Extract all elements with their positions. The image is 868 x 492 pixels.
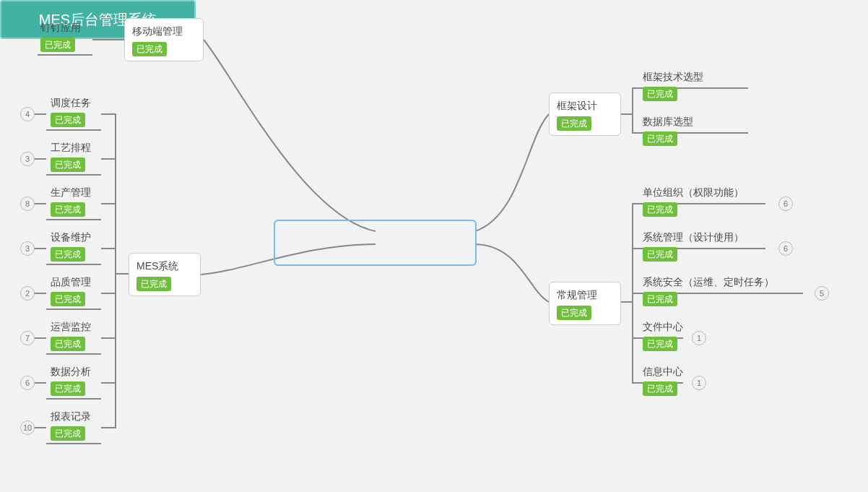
branch-frame[interactable]: 框架设计 已完成: [549, 92, 621, 136]
status-badge: 已完成: [51, 247, 85, 262]
leaf-count: 1: [692, 331, 706, 345]
leaf-count: 7: [20, 331, 35, 345]
leaf-count: 4: [20, 107, 35, 121]
status-badge: 已完成: [557, 306, 591, 320]
leaf-label: 运营监控: [51, 321, 91, 334]
status-badge: 已完成: [51, 381, 85, 396]
status-badge: 已完成: [51, 113, 85, 127]
leaf-infocenter[interactable]: 信息中心 已完成: [643, 366, 683, 396]
status-badge: 已完成: [643, 87, 677, 101]
leaf-label: 框架技术选型: [643, 71, 703, 84]
leaf-label: 数据分析: [51, 366, 91, 379]
leaf-quality[interactable]: 品质管理 已完成: [51, 276, 91, 306]
leaf-label: 报表记录: [51, 410, 91, 423]
status-badge: 已完成: [643, 202, 677, 217]
status-badge: 已完成: [51, 426, 85, 441]
status-badge: 已完成: [643, 247, 677, 262]
leaf-count: 5: [815, 286, 829, 301]
leaf-label: 品质管理: [51, 276, 91, 289]
status-badge: 已完成: [643, 131, 677, 146]
status-badge: 已完成: [51, 157, 85, 172]
leaf-count: 2: [20, 286, 35, 301]
leaf-label: 文件中心: [643, 321, 683, 334]
status-badge: 已完成: [136, 277, 171, 291]
leaf-analysis[interactable]: 数据分析 已完成: [51, 366, 91, 396]
leaf-label: 数据库选型: [643, 116, 693, 129]
leaf-operation[interactable]: 运营监控 已完成: [51, 321, 91, 351]
root-selection-outline: [274, 220, 477, 266]
leaf-count: 3: [20, 152, 35, 166]
leaf-label: 工艺排程: [51, 142, 91, 155]
leaf-count: 10: [20, 420, 35, 435]
leaf-sysmgr[interactable]: 系统管理（设计使用） 已完成: [643, 231, 744, 262]
leaf-org[interactable]: 单位组织（权限功能） 已完成: [643, 186, 744, 217]
leaf-process[interactable]: 工艺排程 已完成: [51, 142, 91, 172]
status-badge: 已完成: [51, 292, 85, 306]
leaf-label: 单位组织（权限功能）: [643, 186, 744, 199]
leaf-production[interactable]: 生产管理 已完成: [51, 186, 91, 217]
branch-frame-title: 框架设计: [557, 99, 613, 112]
leaf-framework-tech[interactable]: 框架技术选型 已完成: [643, 71, 703, 101]
leaf-label: 钉钉应用: [40, 22, 81, 35]
status-badge: 已完成: [51, 202, 85, 217]
branch-mobile[interactable]: 移动端管理 已完成: [124, 18, 204, 61]
mindmap-canvas[interactable]: { "root": { "title": "MES后台管理系统" }, "sta…: [0, 0, 868, 492]
leaf-equipment[interactable]: 设备维护 已完成: [51, 231, 91, 262]
leaf-report[interactable]: 报表记录 已完成: [51, 410, 91, 441]
status-badge: 已完成: [643, 292, 677, 306]
leaf-filecenter[interactable]: 文件中心 已完成: [643, 321, 683, 351]
leaf-database[interactable]: 数据库选型 已完成: [643, 116, 693, 146]
branch-regular[interactable]: 常规管理 已完成: [549, 282, 621, 325]
status-badge: 已完成: [643, 381, 677, 396]
leaf-count: 1: [692, 376, 706, 390]
leaf-security[interactable]: 系统安全（运维、定时任务） 已完成: [643, 276, 774, 306]
leaf-dingding[interactable]: 钉钉应用 已完成: [40, 22, 81, 52]
branch-mobile-title: 移动端管理: [132, 25, 196, 38]
leaf-label: 设备维护: [51, 231, 91, 244]
branch-mes[interactable]: MES系统 已完成: [129, 253, 201, 296]
leaf-label: 生产管理: [51, 186, 91, 199]
leaf-schedule[interactable]: 调度任务 已完成: [51, 97, 91, 127]
leaf-label: 系统安全（运维、定时任务）: [643, 276, 774, 289]
status-badge: 已完成: [132, 42, 167, 56]
status-badge: 已完成: [643, 337, 677, 351]
status-badge: 已完成: [51, 337, 85, 351]
leaf-count: 6: [778, 197, 793, 211]
status-badge: 已完成: [40, 38, 75, 52]
leaf-count: 6: [778, 241, 793, 256]
leaf-count: 3: [20, 241, 35, 256]
leaf-count: 6: [20, 376, 35, 390]
leaf-label: 调度任务: [51, 97, 91, 110]
status-badge: 已完成: [557, 116, 591, 131]
leaf-label: 信息中心: [643, 366, 683, 379]
leaf-count: 8: [20, 197, 35, 211]
branch-mes-title: MES系统: [136, 259, 193, 272]
leaf-label: 系统管理（设计使用）: [643, 231, 744, 244]
branch-regular-title: 常规管理: [557, 288, 613, 301]
